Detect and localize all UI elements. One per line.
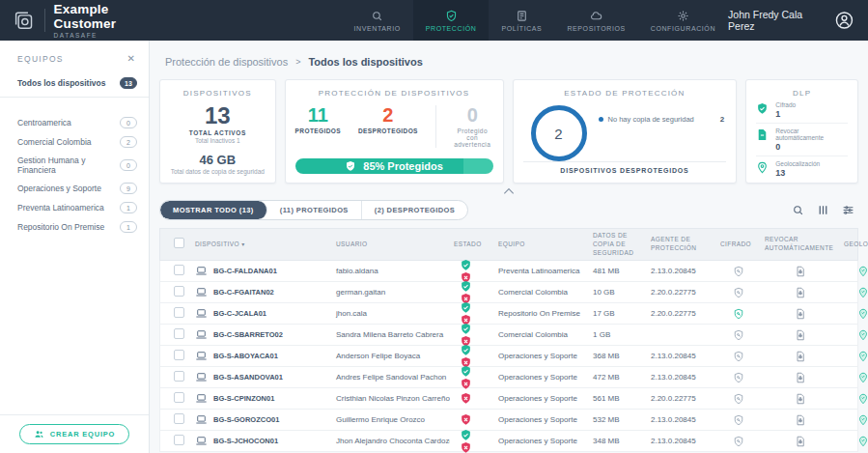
table-row[interactable]: BG-C-FGAITAN02 german.gaitan Comercial C… xyxy=(159,282,858,303)
table-row[interactable]: BG-S-JCHOCON01 Jhon Alejandro Choconta C… xyxy=(159,431,858,452)
select-all-checkbox[interactable] xyxy=(174,238,184,248)
table-row[interactable]: BG-S-ASANDOVA01 Andres Felipe Sandoval P… xyxy=(159,367,858,388)
sidebar-team-item[interactable]: Preventa Latinoamerica 1 xyxy=(0,198,149,217)
col-usuario[interactable]: Usuario xyxy=(332,238,450,252)
cloud-icon xyxy=(590,10,602,22)
table-row[interactable]: BG-C-JCALA01 jhon.cala Repositorio On Pr… xyxy=(159,303,858,325)
col-geolocalizacion[interactable]: Geolocalización xyxy=(840,238,868,252)
create-team-label: CREAR EQUIPO xyxy=(50,430,116,439)
revoke-cell xyxy=(761,308,840,320)
row-checkbox[interactable] xyxy=(174,328,184,339)
user-menu[interactable]: John Fredy Cala Perez xyxy=(728,0,868,41)
col-equipo[interactable]: Equipo xyxy=(494,238,589,252)
geo-cell xyxy=(840,436,868,447)
table-row[interactable]: BG-S-CPINZON01 Cristhian Nicolas Pinzon … xyxy=(159,388,858,410)
product-name: DATASAFE xyxy=(54,32,169,39)
row-checkbox[interactable] xyxy=(174,371,184,382)
shield-protected-icon xyxy=(460,301,472,314)
backup-cell: 1 GB xyxy=(589,330,647,339)
team-label: Todos los dispositivos xyxy=(17,78,105,88)
table-row[interactable]: BG-S-ABOYACA01 Anderson Felipe Boyaca Op… xyxy=(159,346,858,367)
dlp-value: 0 xyxy=(775,142,848,152)
col-agente[interactable]: Agente de protección xyxy=(647,233,716,256)
row-checkbox[interactable] xyxy=(174,307,184,318)
row-checkbox[interactable] xyxy=(174,350,184,360)
sidebar-team-item[interactable]: Todos los dispositivos 13 xyxy=(0,71,149,98)
laptop-icon xyxy=(195,328,208,341)
search-icon[interactable] xyxy=(792,204,804,216)
device-cell[interactable]: BG-C-FALDANA01 xyxy=(191,265,332,277)
filters-icon[interactable] xyxy=(842,204,854,216)
close-icon[interactable]: ✕ xyxy=(127,54,135,64)
row-checkbox[interactable] xyxy=(174,286,184,297)
user-cell: german.gaitan xyxy=(332,288,450,297)
protection-card: PROTECCIÓN DE DISPOSITIVOS 11 PROTEGIDOS… xyxy=(285,79,504,184)
devices-card: DISPOSITIVOS 13 TOTAL ACTIVOS Total Inac… xyxy=(159,79,276,184)
table-row[interactable]: BG-C-SBARRETO02 Sandra Milena Barreto Ca… xyxy=(159,325,858,346)
device-cell[interactable]: BG-C-FGAITAN02 xyxy=(191,286,332,298)
protection-progress[interactable]: 85% Protegidos xyxy=(295,158,493,174)
user-name: John Fredy Cala Perez xyxy=(728,9,826,32)
dlp-value: 13 xyxy=(775,168,820,178)
nav-configuracion[interactable]: CONFIGURACIÓN xyxy=(638,0,728,41)
col-estado[interactable]: Estado xyxy=(450,238,494,252)
team-label: Gestion Humana y Financiera xyxy=(17,156,120,175)
dlp-label: Geolocalización xyxy=(775,160,820,167)
dlp-card: DLP Cifrado 1 Revocar automáticamente 0 xyxy=(745,79,858,184)
device-cell[interactable]: BG-S-ASANDOVA01 xyxy=(191,371,332,383)
sidebar-team-item[interactable]: Centroamerica 0 xyxy=(0,113,149,132)
chevron-up-icon[interactable] xyxy=(502,186,516,196)
sidebar-team-item[interactable]: Operaciones y Soporte 9 xyxy=(0,179,149,198)
sidebar-team-item[interactable]: Comercial Colombia 2 xyxy=(0,132,149,152)
file-lock-icon xyxy=(795,266,806,277)
table-row[interactable]: BG-S-GOROZCO01 Guillermo Enrique Orozco … xyxy=(159,410,858,431)
protection-card-title: PROTECCIÓN DE DISPOSITIVOS xyxy=(295,89,493,98)
team-label: Centroamerica xyxy=(17,118,71,127)
file-lock-icon xyxy=(795,308,806,320)
team-label: Repositorio On Premise xyxy=(17,222,104,232)
breadcrumb-parent[interactable]: Protección de dispositivos xyxy=(165,56,288,68)
device-name: BG-S-GOROZCO01 xyxy=(213,415,279,424)
device-cell[interactable]: BG-S-JCHOCON01 xyxy=(191,435,332,447)
tab-desprotegidos[interactable]: (2) DESPROTEGIDOS xyxy=(362,201,467,219)
device-name: BG-S-ABOYACA01 xyxy=(213,352,278,360)
protected-label: PROTEGIDOS xyxy=(295,127,341,134)
team-cell: Comercial Colombia xyxy=(494,288,589,297)
agent-cell: 2.20.0.22775 xyxy=(647,288,716,297)
columns-icon[interactable] xyxy=(817,204,829,216)
dlp-value: 1 xyxy=(775,109,796,119)
device-cell[interactable]: BG-C-JCALA01 xyxy=(191,307,332,320)
shield-key-icon xyxy=(733,351,744,362)
sidebar-team-item[interactable]: Repositorio On Premise 1 xyxy=(0,217,149,237)
team-cell: Comercial Colombia xyxy=(494,330,589,339)
shield-key-icon xyxy=(733,393,744,405)
team-count-badge: 2 xyxy=(120,136,137,148)
device-cell[interactable]: BG-S-ABOYACA01 xyxy=(191,350,332,362)
table-row[interactable]: BG-C-FALDANA01 fabio.aldana Preventa Lat… xyxy=(159,261,858,282)
user-cell: fabio.aldana xyxy=(332,267,450,275)
device-cell[interactable]: BG-S-GOROZCO01 xyxy=(191,413,332,426)
col-dispositivo[interactable]: Dispositivo ▾ xyxy=(191,238,332,252)
nav-politicas[interactable]: POLÍTICAS xyxy=(489,0,554,41)
main-nav: INVENTARIO PROTECCIÓN POLÍTICAS REPOSITO… xyxy=(341,0,728,41)
nav-proteccion[interactable]: PROTECCIÓN xyxy=(413,0,490,41)
create-team-button[interactable]: CREAR EQUIPO xyxy=(19,424,130,444)
team-count-badge: 0 xyxy=(120,159,137,171)
tab-mostrar-todo[interactable]: MOSTRAR TODO (13) xyxy=(160,201,267,219)
device-cell[interactable]: BG-S-CPINZON01 xyxy=(191,392,332,405)
device-cell[interactable]: BG-C-SBARRETO02 xyxy=(191,328,332,341)
col-revocar[interactable]: Revocar automáticamente xyxy=(761,233,840,256)
row-checkbox[interactable] xyxy=(174,392,184,403)
sidebar-team-item[interactable]: Gestion Humana y Financiera 0 xyxy=(0,152,149,179)
row-checkbox[interactable] xyxy=(174,413,184,424)
laptop-icon xyxy=(195,350,208,362)
nav-inventario[interactable]: INVENTARIO xyxy=(341,0,412,41)
unprotected-count: 2 xyxy=(358,105,418,125)
col-datos[interactable]: Datos de copia de seguridad xyxy=(589,229,647,260)
file-lock-icon xyxy=(795,436,806,447)
col-cifrado[interactable]: Cifrado xyxy=(716,238,761,252)
row-checkbox[interactable] xyxy=(174,265,184,275)
nav-repositorios[interactable]: REPOSITORIOS xyxy=(554,0,637,41)
tab-protegidos[interactable]: (11) PROTEGIDOS xyxy=(267,201,362,219)
row-checkbox[interactable] xyxy=(174,435,184,445)
